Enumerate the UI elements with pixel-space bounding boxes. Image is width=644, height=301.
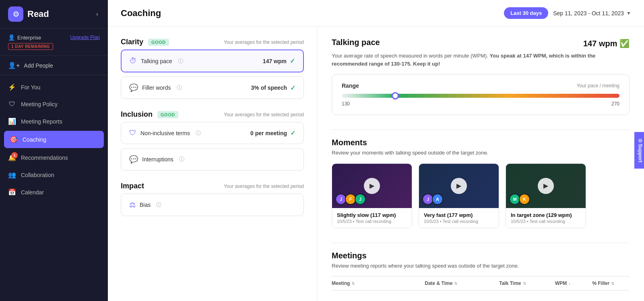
bias-label: Bias [140, 202, 151, 208]
inclusion-subtitle: Your averages for the selected period [224, 112, 304, 118]
filler-words-card[interactable]: 💬 Filler words ⓘ 3% of speech ✓ [121, 76, 304, 99]
moments-title: Moments [332, 138, 630, 147]
th-wpm[interactable]: WPM ↓ [555, 280, 592, 286]
interruptions-icon: 💬 [129, 155, 138, 164]
moments-subtitle: Review your moments with talking speed o… [332, 149, 630, 157]
moment-info-2: Very fast (177 wpm) 10/5/23 • Test call … [419, 208, 499, 228]
talking-pace-info-icon: ⓘ [178, 58, 183, 65]
support-tab[interactable]: ⊙ Support [634, 132, 644, 169]
sidebar-item-for-you[interactable]: ⚡ For You [0, 78, 108, 96]
meetings-subtitle: Review meeting reports where your talkin… [332, 262, 630, 270]
range-card: Range Your pace / meeting 130 270 [332, 74, 630, 115]
th-meeting[interactable]: Meeting ⇅ [332, 280, 425, 286]
impact-header: Impact Your averages for the selected pe… [121, 182, 304, 190]
filler-words-info-icon: ⓘ [177, 84, 182, 91]
sidebar-logo: ⊙ Read [8, 6, 49, 22]
slider-min: 130 [342, 101, 350, 107]
avatar-A: A [432, 194, 443, 205]
wpm-sort-icon: ↓ [568, 281, 570, 286]
collapse-sidebar-button[interactable]: ‹ [95, 9, 100, 19]
impact-section: Impact Your averages for the selected pe… [121, 182, 304, 216]
sidebar-item-coaching[interactable]: 🎯 Coaching [4, 131, 104, 148]
avatar-K: K [519, 194, 530, 205]
clarity-badge: GOOD [148, 39, 169, 46]
play-button-3[interactable]: ▶ [538, 178, 554, 194]
filler-words-value: 3% of speech [251, 85, 287, 91]
enterprise-label: 👤 Enterprise [8, 34, 41, 41]
moment-card-2[interactable]: J A ▶ Very fast (177 wpm) 10/5/23 • Test… [419, 163, 499, 228]
datetime-sort-icon: ⇅ [454, 281, 457, 286]
date-controls: Last 30 days Sep 11, 2023 - Oct 11, 2023… [504, 7, 631, 19]
meeting-policy-label: Meeting Policy [21, 101, 58, 107]
bias-info-icon: ⓘ [156, 201, 161, 208]
slider-thumb [392, 92, 399, 99]
non-inclusive-terms-card[interactable]: 🛡 Non-inclusive terms ⓘ 0 per meeting ✓ [121, 122, 304, 144]
meeting-reports-label: Meeting Reports [21, 118, 62, 125]
collaboration-label: Collaboration [21, 172, 54, 178]
app-logo-icon: ⊙ [8, 6, 23, 22]
inclusion-header: Inclusion GOOD Your averages for the sel… [121, 110, 304, 119]
play-button-1[interactable]: ▶ [364, 178, 380, 194]
add-people-button[interactable]: 👤+ Add People [0, 56, 108, 75]
right-panel: Talking pace 147 wpm ✅ Your average rate… [317, 27, 644, 301]
clarity-subtitle: Your averages for the selected period [224, 39, 304, 45]
clarity-header: Clarity GOOD Your averages for the selec… [121, 38, 304, 46]
th-datetime[interactable]: Date & Time ⇅ [425, 280, 499, 286]
sidebar-item-calendar[interactable]: 📅 Calendar [0, 183, 108, 201]
talking-pace-icon: ⏱ [130, 57, 137, 65]
clarity-title: Clarity [121, 38, 143, 46]
top-header: Coaching Last 30 days Sep 11, 2023 - Oct… [108, 0, 644, 27]
talking-pace-detail-wpm: 147 wpm ✅ [583, 39, 630, 48]
trial-badge: 1 DAY REMAINING [8, 43, 53, 50]
add-people-icon: 👤+ [8, 62, 20, 69]
impact-subtitle: Your averages for the selected period [224, 183, 304, 189]
non-inclusive-terms-value: 0 per meeting [250, 130, 287, 136]
moments-section: Moments Review your moments with talking… [332, 138, 630, 228]
sidebar-item-collaboration[interactable]: 👥 Collaboration [0, 166, 108, 183]
sidebar-item-meeting-policy[interactable]: 🛡 Meeting Policy [0, 96, 108, 113]
main-content: Coaching Last 30 days Sep 11, 2023 - Oct… [108, 0, 644, 301]
avatar-group-3: M K [509, 194, 530, 205]
slider-numbers: 130 270 [342, 101, 619, 107]
inclusion-badge: GOOD [157, 111, 178, 118]
th-filler[interactable]: % Filler ⇅ [592, 280, 630, 286]
talking-pace-check-icon: ✓ [290, 57, 295, 65]
collaboration-icon: 👥 [8, 171, 16, 179]
range-label: Range [342, 82, 359, 89]
non-inclusive-info-icon: ⓘ [196, 130, 201, 137]
moment-card-1[interactable]: J F J ▶ Slightly slow (117 wpm) 10/5/23 … [332, 163, 412, 228]
inclusion-section: Inclusion GOOD Your averages for the sel… [121, 110, 304, 171]
bias-card[interactable]: ⚖ Bias ⓘ [121, 194, 304, 216]
coaching-label: Coaching [23, 136, 46, 143]
meetings-section: Meetings Review meeting reports where yo… [332, 251, 630, 291]
bias-icon: ⚖ [129, 200, 136, 209]
meeting-sort-icon: ⇅ [351, 281, 355, 286]
moment-meta-2: 10/5/23 • Test call recording [424, 219, 494, 224]
last-30-days-button[interactable]: Last 30 days [504, 7, 548, 19]
meeting-reports-icon: 📊 [8, 118, 16, 125]
clarity-section: Clarity GOOD Your averages for the selec… [121, 38, 304, 99]
meeting-policy-icon: 🛡 [8, 101, 16, 108]
moment-card-3[interactable]: M K ▶ In target zone (129 wpm) 10/5/23 •… [506, 163, 586, 228]
sidebar-item-recommendations[interactable]: 🔔 Recommendations 1 [0, 149, 108, 166]
sidebar-nav: ⚡ For You 🛡 Meeting Policy 📊 Meeting Rep… [0, 75, 108, 301]
th-talktime[interactable]: Talk Time ⇅ [499, 280, 555, 286]
calendar-label: Calendar [21, 189, 44, 196]
moment-info-1: Slightly slow (117 wpm) 10/5/23 • Test c… [332, 208, 412, 228]
interruptions-info-icon: ⓘ [179, 156, 184, 163]
talking-pace-detail-header: Talking pace 147 wpm ✅ [332, 38, 630, 49]
for-you-label: For You [21, 84, 40, 91]
interruptions-label: Interruptions [142, 156, 173, 163]
play-button-2[interactable]: ▶ [451, 178, 467, 194]
upgrade-plan-link[interactable]: Upgrade Plan [70, 35, 100, 40]
non-inclusive-terms-label: Non-inclusive terms [140, 130, 190, 136]
moment-meta-1: 10/5/23 • Test call recording [337, 219, 407, 224]
recommendations-label: Recommendations [21, 155, 68, 161]
talking-pace-card[interactable]: ⏱ Talking pace ⓘ 147 wpm ✓ [121, 49, 304, 72]
interruptions-card[interactable]: 💬 Interruptions ⓘ [121, 148, 304, 171]
non-inclusive-check-icon: ✓ [290, 129, 295, 137]
slider-track [342, 94, 619, 98]
sidebar-item-meeting-reports[interactable]: 📊 Meeting Reports [0, 113, 108, 130]
sidebar-header: ⊙ Read ‹ [0, 0, 108, 29]
filler-words-check-icon: ✓ [290, 84, 295, 92]
